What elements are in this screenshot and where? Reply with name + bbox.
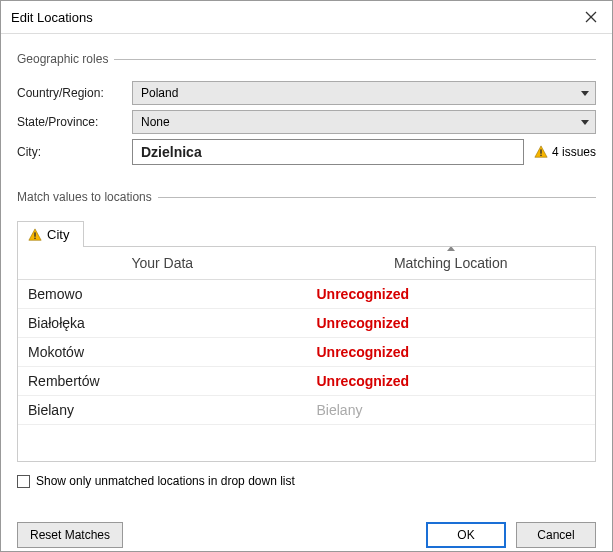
country-row: Country/Region: Poland <box>17 81 596 105</box>
matching-location-cell[interactable]: Unrecognized <box>307 280 596 308</box>
table-row[interactable]: BiałołękaUnrecognized <box>18 309 595 338</box>
tabs: City <box>17 220 596 247</box>
grid-header: Your Data Matching Location <box>18 247 595 280</box>
show-unmatched-label: Show only unmatched locations in drop do… <box>36 474 295 488</box>
match-values-group: Match values to locations City Your Data… <box>17 190 596 488</box>
geographic-roles-group: Geographic roles Country/Region: Poland … <box>17 52 596 170</box>
country-label: Country/Region: <box>17 86 132 100</box>
table-row[interactable]: BielanyBielany <box>18 396 595 425</box>
svg-rect-6 <box>34 232 35 236</box>
button-row: Reset Matches OK Cancel <box>1 512 612 552</box>
your-data-cell: Rembertów <box>18 367 307 395</box>
match-grid: Your Data Matching Location BemowoUnreco… <box>17 247 596 462</box>
match-values-legend: Match values to locations <box>17 190 158 204</box>
titlebar: Edit Locations <box>1 1 612 34</box>
matching-location-cell[interactable]: Bielany <box>307 396 596 424</box>
svg-rect-4 <box>540 155 541 156</box>
tab-city-label: City <box>47 227 69 242</box>
table-row[interactable]: MokotówUnrecognized <box>18 338 595 367</box>
show-unmatched-row: Show only unmatched locations in drop do… <box>17 474 596 488</box>
matching-location-cell[interactable]: Unrecognized <box>307 367 596 395</box>
issues-text: 4 issues <box>552 145 596 159</box>
state-dropdown[interactable]: None <box>132 110 596 134</box>
chevron-down-icon <box>581 120 589 125</box>
col-header-matching-location[interactable]: Matching Location <box>307 247 596 279</box>
svg-rect-7 <box>34 237 35 238</box>
table-row[interactable]: RembertówUnrecognized <box>18 367 595 396</box>
reset-matches-button[interactable]: Reset Matches <box>17 522 123 548</box>
right-buttons: OK Cancel <box>426 522 596 548</box>
table-row[interactable]: BemowoUnrecognized <box>18 280 595 309</box>
close-button[interactable] <box>578 7 604 27</box>
cancel-button[interactable]: Cancel <box>516 522 596 548</box>
matching-location-cell[interactable]: Unrecognized <box>307 338 596 366</box>
country-dropdown[interactable]: Poland <box>132 81 596 105</box>
grid-body: BemowoUnrecognizedBiałołękaUnrecognizedM… <box>18 280 595 425</box>
your-data-cell: Bemowo <box>18 280 307 308</box>
city-row: City: 4 issues <box>17 139 596 165</box>
dialog-title: Edit Locations <box>11 10 93 25</box>
your-data-cell: Białołęka <box>18 309 307 337</box>
state-label: State/Province: <box>17 115 132 129</box>
geographic-roles-legend: Geographic roles <box>17 52 114 66</box>
show-unmatched-checkbox[interactable] <box>17 475 30 488</box>
state-row: State/Province: None <box>17 110 596 134</box>
city-input[interactable] <box>132 139 524 165</box>
dialog-content: Geographic roles Country/Region: Poland … <box>1 34 612 512</box>
your-data-cell: Mokotów <box>18 338 307 366</box>
sort-ascending-icon <box>447 247 455 251</box>
country-value: Poland <box>141 86 178 100</box>
warning-icon <box>534 145 548 159</box>
chevron-down-icon <box>581 91 589 96</box>
ok-button[interactable]: OK <box>426 522 506 548</box>
city-label: City: <box>17 145 132 159</box>
tab-city[interactable]: City <box>17 221 84 247</box>
edit-locations-dialog: Edit Locations Geographic roles Country/… <box>0 0 613 552</box>
col-header-your-data[interactable]: Your Data <box>18 247 307 279</box>
svg-rect-3 <box>540 149 541 153</box>
your-data-cell: Bielany <box>18 396 307 424</box>
issues-indicator: 4 issues <box>534 145 596 159</box>
warning-icon <box>28 228 42 242</box>
close-icon <box>585 11 597 23</box>
matching-location-cell[interactable]: Unrecognized <box>307 309 596 337</box>
state-value: None <box>141 115 170 129</box>
